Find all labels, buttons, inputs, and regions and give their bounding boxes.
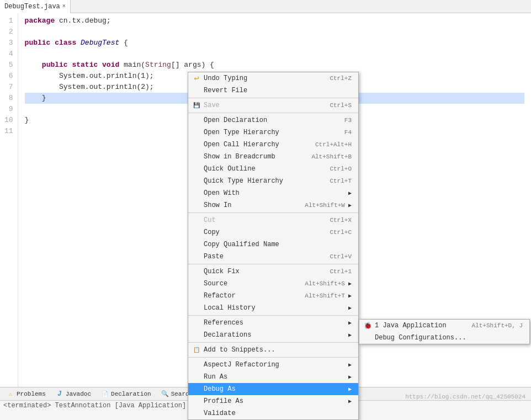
submenu-label-java-app: 1 Java Application [375, 322, 447, 329]
menu-item-open-declaration[interactable]: Open Declaration F3 [188, 114, 358, 126]
watermark-text: https://blog.csdn.net/qq_42505024 [405, 394, 525, 400]
menu-item-open-call-hierarchy[interactable]: Open Call Hierarchy Ctrl+Alt+H [188, 139, 358, 151]
submenu-item-java-app[interactable]: 🐞 1 Java Application Alt+Shift+D, J [359, 320, 529, 332]
tab-javadoc[interactable]: J Javadoc [51, 388, 95, 400]
menu-shortcut-show-in-breadcrumb: Alt+Shift+B [311, 153, 352, 160]
java-app-debug-icon: 🐞 [363, 322, 373, 330]
menu-label-revert: Revert File [204, 87, 247, 94]
menu-label-run-as: Run As [204, 373, 227, 381]
menu-item-show-in-breadcrumb[interactable]: Show in Breadcrumb Alt+Shift+B [188, 151, 358, 163]
menu-label-debug-as: Debug As [204, 385, 236, 393]
save-icon: 💾 [192, 102, 201, 109]
separator-7 [188, 357, 358, 358]
menu-label-cut: Cut [204, 216, 216, 224]
editor-tab[interactable]: DebugTest.java × [0, 0, 71, 13]
menu-item-local-history[interactable]: Local History ▶ [188, 302, 358, 314]
snippet-icon: 📋 [192, 347, 201, 353]
menu-item-undo[interactable]: ↩ Undo Typing Ctrl+Z [188, 72, 358, 84]
menu-label-paste: Paste [204, 253, 224, 260]
menu-item-aspectj[interactable]: AspectJ Refactoring ▶ [188, 359, 358, 371]
menu-item-add-snippets[interactable]: 📋 Add to Snippets... [188, 344, 358, 356]
menu-item-run-as[interactable]: Run As ▶ [188, 371, 358, 383]
separator-4 [188, 264, 358, 264]
declaration-label: Declaration [111, 391, 151, 397]
line-num: 5 [4, 60, 13, 71]
menu-label-open-with: Open With [204, 189, 240, 197]
problems-icon: ⚠ [7, 390, 14, 398]
menu-item-quick-outline[interactable]: Quick Outline Ctrl+O [188, 163, 358, 175]
menu-label-open-declaration: Open Declaration [204, 116, 267, 124]
line-num: 9 [4, 104, 13, 115]
problems-label: Problems [17, 391, 46, 397]
debug-as-arrow-icon: ▶ [348, 386, 352, 392]
menu-item-revert[interactable]: Revert File [188, 84, 358, 97]
menu-item-debug-as[interactable]: Debug As ▶ [188, 383, 358, 395]
menu-item-open-type-hierarchy[interactable]: Open Type Hierarchy F4 [188, 126, 358, 139]
menu-label-show-in-breadcrumb: Show in Breadcrumb [204, 153, 275, 161]
code-line-5: public static void main(String[] args) { [25, 60, 524, 71]
menu-item-copy-qualified[interactable]: Copy Qualified Name [188, 238, 358, 251]
menu-label-references: References [204, 319, 243, 327]
menu-label-copy-qualified: Copy Qualified Name [204, 241, 279, 248]
menu-shortcut-show-in: Alt+Shift+W [305, 202, 345, 209]
line-num: 2 [4, 26, 13, 38]
menu-label-validate: Validate [204, 410, 236, 417]
menu-item-refactor[interactable]: Refactor Alt+Shift+T ▶ [188, 290, 358, 302]
menu-shortcut-open-type-hierarchy: F4 [344, 129, 352, 136]
menu-item-references[interactable]: References ▶ [188, 317, 358, 329]
menu-label-show-in: Show In [204, 201, 231, 209]
menu-shortcut-quick-fix: Ctrl+1 [330, 268, 352, 275]
submenu-label-debug-configs: Debug Configurations... [375, 334, 466, 342]
undo-icon: ↩ [192, 73, 201, 84]
tab-declaration[interactable]: 📄 Declaration [97, 388, 156, 400]
menu-item-profile-as[interactable]: Profile As ▶ [188, 395, 358, 407]
menu-label-copy: Copy [204, 228, 220, 236]
menu-label-save: Save [204, 102, 220, 109]
line-num: 3 [4, 38, 13, 49]
menu-shortcut-undo: Ctrl+Z [330, 75, 352, 82]
context-menu: ↩ Undo Typing Ctrl+Z Revert File 💾 Save … [188, 72, 359, 420]
submenu-item-debug-configs[interactable]: Debug Configurations... [359, 332, 529, 344]
menu-shortcut-copy: Ctrl+C [330, 229, 352, 236]
menu-label-quick-outline: Quick Outline [204, 165, 256, 173]
menu-shortcut-refactor: Alt+Shift+T [305, 293, 345, 299]
menu-item-quick-type-hierarchy[interactable]: Quick Type Hierarchy Ctrl+T [188, 175, 358, 187]
javadoc-label: Javadoc [66, 391, 91, 397]
tab-filename: DebugTest.java [4, 3, 60, 10]
tab-close-icon[interactable]: × [62, 3, 66, 9]
debug-as-submenu: 🐞 1 Java Application Alt+Shift+D, J Debu… [359, 319, 530, 344]
tab-problems[interactable]: ⚠ Problems [2, 388, 50, 400]
menu-item-save[interactable]: 💾 Save Ctrl+S [188, 99, 358, 111]
menu-shortcut-quick-type-hierarchy: Ctrl+T [330, 178, 352, 184]
submenu-shortcut-java-app: Alt+Shift+D, J [472, 322, 523, 329]
code-line-1: package cn.tx.debug; [25, 15, 524, 26]
source-arrow-icon: ▶ [348, 280, 352, 287]
menu-label-aspectj: AspectJ Refactoring [204, 361, 279, 369]
tab-bar: DebugTest.java × [0, 0, 531, 13]
line-num: 6 [4, 71, 13, 82]
menu-item-declarations[interactable]: Declarations ▶ [188, 329, 358, 341]
menu-item-show-in[interactable]: Show In Alt+Shift+W ▶ [188, 199, 358, 211]
separator-1 [188, 98, 358, 98]
line-num: 11 [4, 126, 13, 137]
menu-shortcut-open-declaration: F3 [344, 117, 352, 124]
separator-3 [188, 212, 358, 213]
menu-item-cut[interactable]: Cut Ctrl+X [188, 214, 358, 226]
menu-item-quick-fix[interactable]: Quick Fix Ctrl+1 [188, 265, 358, 278]
line-num: 8 [4, 93, 13, 104]
menu-label-open-type-hierarchy: Open Type Hierarchy [204, 129, 279, 136]
line-num: 4 [4, 49, 13, 60]
run-as-arrow-icon: ▶ [348, 374, 352, 380]
menu-label-local-history: Local History [204, 304, 256, 312]
menu-item-validate[interactable]: Validate [188, 407, 358, 419]
line-num: 1 [4, 15, 13, 26]
menu-item-paste[interactable]: Paste Ctrl+V [188, 251, 358, 263]
refactor-arrow-icon: ▶ [348, 293, 352, 299]
show-in-arrow-icon: ▶ [348, 202, 352, 209]
menu-item-open-with[interactable]: Open With ▶ [188, 187, 358, 199]
javadoc-icon: J [56, 390, 63, 398]
code-line-2 [25, 26, 524, 38]
menu-label-add-snippets: Add to Snippets... [204, 346, 275, 354]
menu-item-source[interactable]: Source Alt+Shift+S ▶ [188, 278, 358, 290]
menu-item-copy[interactable]: Copy Ctrl+C [188, 226, 358, 238]
